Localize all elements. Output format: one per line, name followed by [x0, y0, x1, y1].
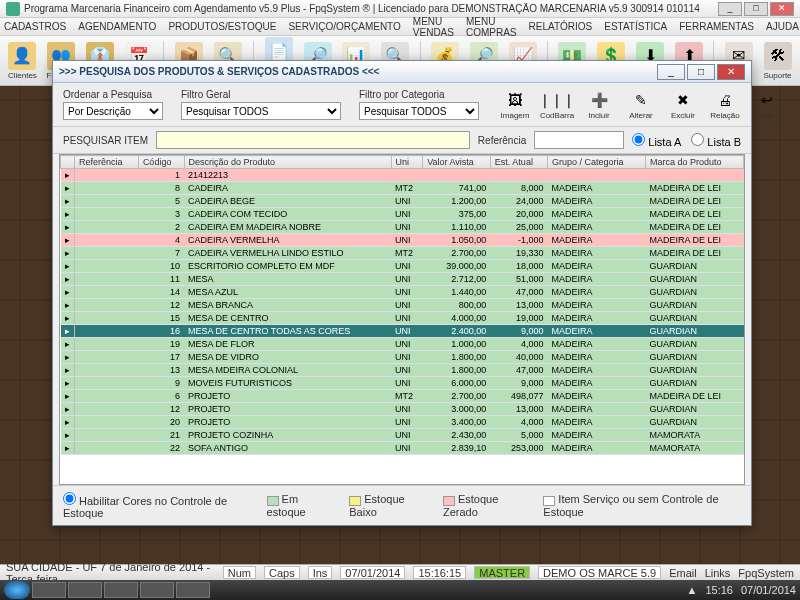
lista-b-radio[interactable]: Lista B	[691, 133, 741, 148]
legend-item-servico: Item Serviço ou sem Controle de Estoque	[543, 493, 741, 517]
table-row[interactable]: ▸14MESA AZULUNI1.440,0047,000MADEIRAGUAR…	[61, 286, 744, 299]
table-row[interactable]: ▸11MESAUNI2.712,0051,000MADEIRAGUARDIAN	[61, 273, 744, 286]
order-label: Ordenar a Pesquisa	[63, 89, 163, 100]
action-codbarra[interactable]: ❘❘❘CodBarra	[539, 89, 575, 120]
menu-item[interactable]: PRODUTOS/ESTOQUE	[168, 21, 276, 32]
status-num: Num	[223, 566, 256, 579]
menu-item[interactable]: AJUDA	[766, 21, 799, 32]
app-title: Programa Marcenaria Financeiro com Agend…	[24, 3, 714, 14]
table-row[interactable]: ▸3CADEIRA COM TECIDOUNI375,0020,000MADEI…	[61, 208, 744, 221]
task-item[interactable]	[68, 582, 102, 598]
win-maximize-button[interactable]: □	[687, 64, 715, 80]
table-row[interactable]: ▸5CADEIRA BEGEUNI1.200,0024,000MADEIRAMA…	[61, 195, 744, 208]
app-titlebar: Programa Marcenaria Financeiro com Agend…	[0, 0, 800, 18]
table-row[interactable]: ▸4CADEIRA VERMELHAUNI1.050,00-1,000MADEI…	[61, 234, 744, 247]
main-menubar: CADASTROSAGENDAMENTOPRODUTOS/ESTOQUESERV…	[0, 18, 800, 36]
maximize-button[interactable]: □	[744, 2, 768, 16]
table-row[interactable]: ▸7CADEIRA VERMELHA LINDO ESTILOMT22.700,…	[61, 247, 744, 260]
action-imagem[interactable]: 🖼Imagem	[497, 89, 533, 120]
legend-estoque-zerado: Estoque Zerado	[443, 493, 527, 517]
table-row[interactable]: ▸21PROJETO COZINHAUNI2.430,005,000MADEIR…	[61, 429, 744, 442]
menu-item[interactable]: ESTATÍSTICA	[604, 21, 667, 32]
close-button[interactable]: ✕	[770, 2, 794, 16]
filter-label: Filtro Geral	[181, 89, 341, 100]
window-header: >>> PESQUISA DOS PRODUTOS & SERVIÇOS CAD…	[53, 61, 751, 83]
action-incluir[interactable]: ➕Incluir	[581, 89, 617, 120]
status-bar: SUA CIDADE - UF 7 de Janeiro de 2014 - T…	[0, 564, 800, 580]
menu-item[interactable]: AGENDAMENTO	[78, 21, 156, 32]
status-links[interactable]: Links	[705, 567, 731, 579]
products-grid[interactable]: ReferênciaCódigoDescrição do ProdutoUniV…	[59, 154, 745, 485]
table-row[interactable]: ▸2CADEIRA EM MADEIRA NOBREUNI1.110,0025,…	[61, 221, 744, 234]
table-row[interactable]: ▸12MESA BRANCAUNI800,0013,000MADEIRAGUAR…	[61, 299, 744, 312]
menu-item[interactable]: CADASTROS	[4, 21, 66, 32]
window-buttons: _ □ ✕	[718, 2, 794, 16]
task-item[interactable]	[32, 582, 66, 598]
task-item[interactable]	[104, 582, 138, 598]
window-title: >>> PESQUISA DOS PRODUTOS & SERVIÇOS CAD…	[59, 66, 657, 77]
action-excluir[interactable]: ✖Excluir	[665, 89, 701, 120]
search-row: PESQUISAR ITEM Referência Lista A Lista …	[53, 127, 751, 154]
menu-item[interactable]: FERRAMENTAS	[679, 21, 754, 32]
legend-estoque-baixo: Estoque Baixo	[349, 493, 427, 517]
menu-item[interactable]: MENU VENDAS	[413, 16, 454, 38]
table-row[interactable]: ▸15MESA DE CENTROUNI4.000,0019,000MADEIR…	[61, 312, 744, 325]
table-row[interactable]: ▸10ESCRITORIO COMPLETO EM MDFUNI39.000,0…	[61, 260, 744, 273]
status-time: 15:16:15	[413, 566, 466, 579]
enable-colors-checkbox[interactable]: Habilitar Cores no Controle de Estoque	[63, 492, 251, 519]
toolbar-suporte[interactable]: 🛠Suporte	[761, 42, 794, 80]
win-close-button[interactable]: ✕	[717, 64, 745, 80]
reference-label: Referência	[478, 135, 526, 146]
table-row[interactable]: ▸22SOFA ANTIGOUNI2.839,10253,000MADEIRAM…	[61, 442, 744, 455]
status-demo: DEMO OS MARCE 5.9	[538, 566, 661, 579]
search-input[interactable]	[156, 131, 470, 149]
category-select[interactable]: Pesquisar TODOS	[359, 102, 479, 120]
order-select[interactable]: Por Descrição	[63, 102, 163, 120]
table-row[interactable]: ▸12PROJETOUNI3.000,0013,000MADEIRAGUARDI…	[61, 403, 744, 416]
taskbar: ▲ 15:16 07/01/2014	[0, 580, 800, 600]
task-item[interactable]	[140, 582, 174, 598]
table-row[interactable]: ▸9MOVEIS FUTURISTICOSUNI6.000,009,000MAD…	[61, 377, 744, 390]
category-label: Filtro por Categoria	[359, 89, 479, 100]
status-fpq[interactable]: FpqSystem	[738, 567, 794, 579]
search-window: >>> PESQUISA DOS PRODUTOS & SERVIÇOS CAD…	[52, 60, 752, 526]
legend-em-estoque: Em estoque	[267, 493, 334, 517]
table-row[interactable]: ▸6PROJETOMT22.700,00498,077MADEIRAMADEIR…	[61, 390, 744, 403]
status-ins: Ins	[308, 566, 333, 579]
filter-select[interactable]: Pesquisar TODOS	[181, 102, 341, 120]
table-row[interactable]: ▸17MESA DE VIDROUNI1.800,0040,000MADEIRA…	[61, 351, 744, 364]
action-sair[interactable]: ↩Sair	[749, 89, 785, 120]
table-row[interactable]: ▸20PROJETOUNI3.400,004,000MADEIRAGUARDIA…	[61, 416, 744, 429]
status-email[interactable]: Email	[669, 567, 697, 579]
action-relação[interactable]: 🖨Relação	[707, 89, 743, 120]
reference-input[interactable]	[534, 131, 624, 149]
table-row[interactable]: ▸121412213	[61, 169, 744, 182]
table-row[interactable]: ▸8CADEIRAMT2741,008,000MADEIRAMADEIRA DE…	[61, 182, 744, 195]
legend-row: Habilitar Cores no Controle de Estoque E…	[53, 485, 751, 525]
system-tray[interactable]: ▲ 15:16 07/01/2014	[687, 584, 796, 596]
menu-item[interactable]: RELATÓRIOS	[529, 21, 593, 32]
search-label: PESQUISAR ITEM	[63, 135, 148, 146]
tray-time: 15:16	[705, 584, 733, 596]
menu-item[interactable]: SERVIÇO/ORÇAMENTO	[288, 21, 400, 32]
app-icon	[6, 2, 20, 16]
table-row[interactable]: ▸13MESA MDEIRA COLONIALUNI1.800,0047,000…	[61, 364, 744, 377]
status-master: MASTER	[474, 566, 530, 579]
toolbar-clientes[interactable]: 👤Clientes	[6, 42, 39, 80]
status-date: 07/01/2014	[340, 566, 405, 579]
task-item[interactable]	[176, 582, 210, 598]
filter-controls: Ordenar a Pesquisa Por Descrição Filtro …	[53, 83, 751, 127]
status-caps: Caps	[264, 566, 300, 579]
minimize-button[interactable]: _	[718, 2, 742, 16]
menu-item[interactable]: MENU COMPRAS	[466, 16, 517, 38]
start-button[interactable]	[4, 581, 30, 599]
table-row[interactable]: ▸19MESA DE FLORUNI1.000,004,000MADEIRAGU…	[61, 338, 744, 351]
win-minimize-button[interactable]: _	[657, 64, 685, 80]
action-alterar[interactable]: ✎Alterar	[623, 89, 659, 120]
lista-a-radio[interactable]: Lista A	[632, 133, 681, 148]
table-row[interactable]: ▸16MESA DE CENTRO TODAS AS CORESUNI2.400…	[61, 325, 744, 338]
tray-date: 07/01/2014	[741, 584, 796, 596]
